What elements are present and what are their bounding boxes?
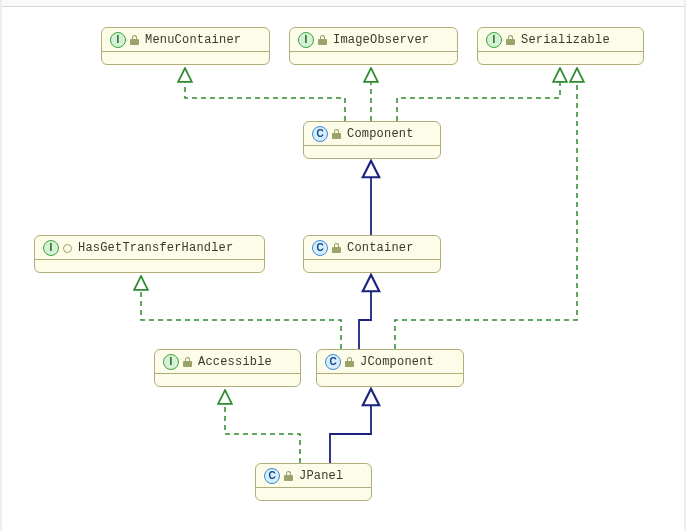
node-compartment	[304, 146, 440, 158]
edge-component-serializable	[397, 75, 560, 121]
edge-jpanel-accessible	[225, 397, 300, 463]
node-serializable[interactable]: I Serializable	[477, 27, 644, 65]
node-compartment	[35, 260, 264, 272]
node-hasgettransferhandler[interactable]: I HasGetTransferHandler	[34, 235, 265, 273]
lock-icon	[183, 357, 192, 367]
interface-icon: I	[110, 32, 126, 48]
class-icon: C	[325, 354, 341, 370]
node-component[interactable]: C Component	[303, 121, 441, 159]
interface-icon: I	[298, 32, 314, 48]
edge-jpanel-jcomponent	[330, 397, 371, 463]
node-label: HasGetTransferHandler	[76, 241, 233, 255]
node-label: JComponent	[358, 355, 434, 369]
node-menucontainer[interactable]: I MenuContainer	[101, 27, 270, 65]
node-compartment	[290, 52, 457, 64]
node-label: JPanel	[297, 469, 343, 483]
interface-icon: I	[486, 32, 502, 48]
circle-icon	[63, 244, 72, 253]
lock-icon	[332, 243, 341, 253]
lock-icon	[332, 129, 341, 139]
node-label: Accessible	[196, 355, 272, 369]
class-icon: C	[312, 126, 328, 142]
node-compartment	[155, 374, 300, 386]
node-container[interactable]: C Container	[303, 235, 441, 273]
lock-icon	[284, 471, 293, 481]
lock-icon	[506, 35, 515, 45]
window-toolbar	[0, 0, 686, 7]
edge-component-menucontainer	[185, 75, 345, 121]
lock-icon	[318, 35, 327, 45]
class-icon: C	[264, 468, 280, 484]
class-icon: C	[312, 240, 328, 256]
interface-icon: I	[43, 240, 59, 256]
lock-icon	[130, 35, 139, 45]
node-label: ImageObserver	[331, 33, 429, 47]
edge-jcomponent-container	[359, 283, 371, 349]
node-compartment	[102, 52, 269, 64]
node-compartment	[304, 260, 440, 272]
edge-jcomponent-hasgth	[141, 283, 341, 349]
node-label: Container	[345, 241, 414, 255]
node-compartment	[478, 52, 643, 64]
node-accessible[interactable]: I Accessible	[154, 349, 301, 387]
node-jpanel[interactable]: C JPanel	[255, 463, 372, 501]
left-gutter	[0, 0, 2, 531]
node-compartment	[256, 488, 371, 500]
node-imageobserver[interactable]: I ImageObserver	[289, 27, 458, 65]
interface-icon: I	[163, 354, 179, 370]
node-label: Component	[345, 127, 414, 141]
node-label: MenuContainer	[143, 33, 241, 47]
lock-icon	[345, 357, 354, 367]
node-label: Serializable	[519, 33, 610, 47]
edge-jcomponent-serializable	[395, 75, 577, 349]
node-jcomponent[interactable]: C JComponent	[316, 349, 464, 387]
node-compartment	[317, 374, 463, 386]
